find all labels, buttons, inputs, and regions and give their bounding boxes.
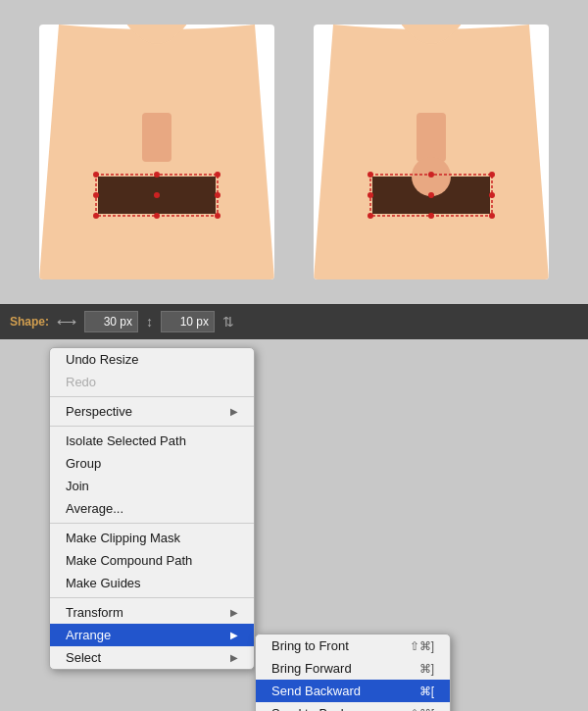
left-canvas bbox=[39, 25, 274, 279]
submenu-item-bring-front[interactable]: Bring to Front ⇧⌘] bbox=[256, 635, 450, 657]
shortcut-bring-front: ⇧⌘] bbox=[410, 639, 434, 653]
shortcut-bring-forward: ⌘] bbox=[419, 662, 434, 676]
svg-point-16 bbox=[368, 172, 373, 178]
shape-label: Shape: bbox=[10, 315, 49, 329]
separator-4 bbox=[50, 597, 254, 598]
svg-point-23 bbox=[489, 192, 495, 198]
select-arrow: ▶ bbox=[230, 652, 238, 663]
svg-point-8 bbox=[154, 213, 160, 219]
svg-point-5 bbox=[93, 213, 99, 219]
illustration-area bbox=[0, 0, 588, 304]
menu-item-select[interactable]: Select ▶ bbox=[50, 646, 254, 669]
width-input[interactable] bbox=[84, 311, 138, 332]
svg-point-3 bbox=[93, 172, 99, 178]
toolbar-strip: Shape: ⟷ ↕ ⇅ bbox=[0, 304, 588, 339]
submenu-item-bring-forward[interactable]: Bring Forward ⌘] bbox=[256, 657, 450, 680]
width-icon: ⟷ bbox=[57, 314, 76, 330]
svg-point-22 bbox=[368, 192, 373, 198]
shortcut-send-backward: ⌘[ bbox=[419, 685, 434, 698]
menu-item-arrange[interactable]: Arrange ▶ bbox=[50, 624, 254, 646]
svg-point-17 bbox=[489, 172, 495, 178]
context-menu-area: Undo Resize Redo Perspective ▶ Isolate S… bbox=[0, 339, 588, 711]
svg-point-11 bbox=[154, 192, 160, 198]
context-menu: Undo Resize Redo Perspective ▶ Isolate S… bbox=[49, 347, 255, 670]
svg-point-20 bbox=[428, 172, 434, 178]
shortcut-send-back: ⇧⌘[ bbox=[410, 707, 434, 712]
perspective-arrow: ▶ bbox=[230, 406, 238, 417]
menu-item-guides[interactable]: Make Guides bbox=[50, 572, 254, 594]
svg-rect-0 bbox=[142, 113, 172, 162]
menu-item-redo[interactable]: Redo bbox=[50, 371, 254, 393]
separator-3 bbox=[50, 523, 254, 524]
arrange-arrow: ▶ bbox=[230, 630, 238, 640]
svg-point-10 bbox=[215, 192, 220, 198]
submenu-arrange: Bring to Front ⇧⌘] Bring Forward ⌘] Send… bbox=[255, 634, 451, 711]
submenu-item-send-backward[interactable]: Send Backward ⌘[ bbox=[256, 680, 450, 702]
svg-point-7 bbox=[154, 172, 160, 178]
separator-2 bbox=[50, 426, 254, 427]
svg-point-9 bbox=[93, 192, 99, 198]
transform-arrow: ▶ bbox=[230, 607, 238, 618]
svg-rect-12 bbox=[416, 113, 446, 162]
menu-item-isolate[interactable]: Isolate Selected Path bbox=[50, 430, 254, 452]
menu-item-undo-resize[interactable]: Undo Resize bbox=[50, 348, 254, 371]
svg-point-6 bbox=[215, 213, 220, 219]
svg-point-18 bbox=[368, 213, 373, 219]
menu-item-average[interactable]: Average... bbox=[50, 497, 254, 520]
svg-point-21 bbox=[428, 213, 434, 219]
menu-item-transform[interactable]: Transform ▶ bbox=[50, 601, 254, 624]
svg-point-4 bbox=[215, 172, 220, 178]
menu-item-clipping-mask[interactable]: Make Clipping Mask bbox=[50, 527, 254, 549]
constrain-icon: ⇅ bbox=[222, 314, 234, 330]
menu-item-perspective[interactable]: Perspective ▶ bbox=[50, 400, 254, 423]
right-canvas bbox=[314, 25, 549, 279]
menu-item-compound-path[interactable]: Make Compound Path bbox=[50, 549, 254, 572]
separator-1 bbox=[50, 396, 254, 397]
submenu-item-send-back[interactable]: Send to Back ⇧⌘[ bbox=[256, 702, 450, 711]
height-icon: ↕ bbox=[146, 314, 153, 330]
height-input[interactable] bbox=[161, 311, 215, 332]
menu-item-join[interactable]: Join bbox=[50, 475, 254, 497]
svg-point-24 bbox=[428, 192, 434, 198]
svg-point-19 bbox=[489, 213, 495, 219]
menu-item-group[interactable]: Group bbox=[50, 452, 254, 475]
